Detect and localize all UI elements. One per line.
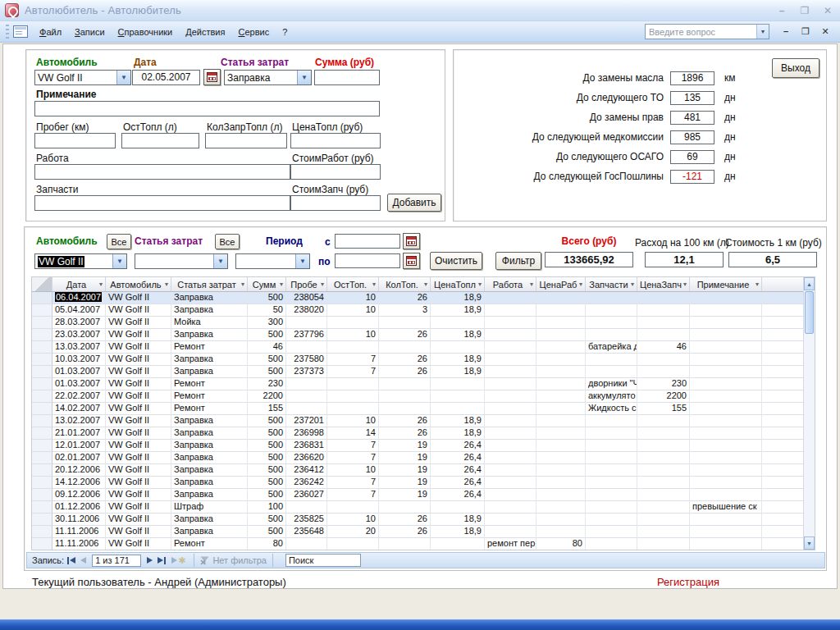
- cell[interactable]: [637, 501, 690, 514]
- cell[interactable]: [637, 317, 690, 329]
- car-all-button[interactable]: Все: [107, 234, 131, 249]
- row-selector[interactable]: [32, 427, 52, 440]
- cell[interactable]: [286, 390, 327, 403]
- table-row[interactable]: 11.11.2006VW Golf IIЗаправка500235648202…: [32, 526, 803, 538]
- row-selector[interactable]: [32, 501, 52, 514]
- cell[interactable]: 236998: [286, 427, 327, 440]
- cell[interactable]: 11.11.2006: [52, 526, 106, 538]
- cell[interactable]: [485, 477, 536, 489]
- cell[interactable]: [637, 464, 690, 477]
- cell[interactable]: [286, 538, 327, 550]
- cell[interactable]: ремонт пер: [485, 538, 536, 550]
- column-header[interactable]: Дата▾: [52, 277, 106, 291]
- cell[interactable]: [485, 440, 536, 452]
- cell[interactable]: [536, 390, 586, 403]
- cell[interactable]: Заправка: [171, 464, 248, 477]
- cell[interactable]: 500: [248, 440, 286, 452]
- sum-field[interactable]: [314, 70, 380, 85]
- cell[interactable]: Заправка: [171, 292, 248, 304]
- column-header[interactable]: ЦенаТопл▾: [431, 277, 485, 291]
- cell[interactable]: 26: [379, 526, 431, 538]
- table-row[interactable]: 10.03.2007VW Golf IIЗаправка500237580726…: [32, 354, 803, 366]
- cell[interactable]: [379, 317, 431, 329]
- cell[interactable]: 01.03.2007: [52, 378, 106, 390]
- cell[interactable]: Жидкость с: [586, 403, 637, 415]
- parts-cost-field[interactable]: [290, 195, 381, 211]
- clear-button[interactable]: Очистить: [430, 252, 482, 270]
- table-row[interactable]: 12.01.2007VW Golf IIЗаправка500236831719…: [32, 440, 803, 452]
- mileage-field[interactable]: [34, 133, 116, 148]
- cell[interactable]: 20.12.2006: [52, 464, 106, 477]
- cell[interactable]: VW Golf II: [106, 341, 171, 354]
- cell[interactable]: Заправка: [171, 304, 248, 317]
- cell[interactable]: 14.02.2007: [52, 403, 106, 415]
- cell[interactable]: [637, 452, 690, 464]
- period-combobox[interactable]: ▼: [235, 253, 310, 269]
- row-selector[interactable]: [32, 378, 52, 390]
- cell[interactable]: 236620: [286, 452, 327, 464]
- minimize-icon[interactable]: –: [774, 5, 789, 16]
- table-row[interactable]: 01.03.2007VW Golf IIЗаправка500237373726…: [32, 366, 803, 378]
- cell[interactable]: [327, 501, 379, 514]
- row-selector[interactable]: [32, 526, 52, 538]
- cell[interactable]: VW Golf II: [106, 317, 171, 329]
- cell[interactable]: [379, 403, 431, 415]
- row-selector[interactable]: [32, 292, 52, 304]
- cell[interactable]: 19: [379, 452, 431, 464]
- cell[interactable]: [637, 538, 690, 550]
- cell[interactable]: 22.02.2007: [52, 390, 106, 403]
- cell[interactable]: 09.12.2006: [52, 489, 106, 501]
- cell[interactable]: [431, 538, 485, 550]
- add-button[interactable]: Добавить: [387, 194, 441, 212]
- cell[interactable]: 26,4: [431, 489, 485, 501]
- cell[interactable]: Ремонт: [171, 341, 248, 354]
- cell[interactable]: [485, 452, 536, 464]
- column-header[interactable]: Статья затрат▾: [171, 277, 248, 291]
- row-selector[interactable]: [32, 440, 52, 452]
- column-header[interactable]: Автомобиль▾: [106, 277, 171, 291]
- sort-filter-arrow-icon[interactable]: ▾: [478, 281, 482, 288]
- menu-actions[interactable]: Действия: [179, 25, 231, 39]
- cell[interactable]: 19: [379, 489, 431, 501]
- cell[interactable]: [586, 354, 637, 366]
- cell[interactable]: Мойка: [171, 317, 248, 329]
- column-header[interactable]: Запчасти▾: [586, 277, 637, 291]
- cell[interactable]: 23.03.2007: [52, 329, 106, 341]
- cell[interactable]: 26,4: [431, 452, 485, 464]
- row-selector[interactable]: [32, 538, 52, 550]
- parts-field[interactable]: [34, 195, 290, 211]
- cell[interactable]: [485, 514, 536, 526]
- row-selector[interactable]: [32, 366, 52, 378]
- sort-filter-arrow-icon[interactable]: ▾: [579, 281, 582, 288]
- cell[interactable]: 230: [248, 378, 286, 390]
- to-calendar-button[interactable]: [403, 253, 420, 269]
- cell[interactable]: [536, 501, 586, 514]
- cell[interactable]: Заправка: [171, 427, 248, 440]
- cell[interactable]: 236027: [286, 489, 327, 501]
- cell[interactable]: 26,4: [431, 464, 485, 477]
- first-record-button[interactable]: [66, 555, 75, 565]
- period-to-field[interactable]: [335, 253, 400, 268]
- table-row[interactable]: 13.02.2007VW Golf IIЗаправка500237201102…: [32, 415, 803, 427]
- column-header[interactable]: Пробе▾: [286, 277, 327, 291]
- cell[interactable]: 500: [248, 526, 286, 538]
- cell[interactable]: 26: [379, 329, 431, 341]
- cell[interactable]: [690, 378, 762, 390]
- cell[interactable]: Штраф: [171, 501, 248, 514]
- row-selector[interactable]: [32, 390, 52, 403]
- scroll-up-icon[interactable]: ▲: [804, 277, 815, 290]
- cell[interactable]: Заправка: [171, 366, 248, 378]
- chevron-down-icon[interactable]: ▼: [213, 254, 227, 268]
- cell[interactable]: 10: [327, 514, 379, 526]
- sort-filter-arrow-icon[interactable]: ▾: [683, 281, 687, 288]
- cell[interactable]: [586, 538, 637, 550]
- table-row[interactable]: 13.03.2007VW Golf IIРемонт46батарейка д4…: [32, 341, 803, 354]
- work-field[interactable]: [34, 164, 290, 180]
- cell[interactable]: [485, 403, 536, 415]
- cell[interactable]: VW Golf II: [106, 329, 171, 341]
- mdi-restore-icon[interactable]: ❐: [799, 26, 812, 37]
- cell[interactable]: 2200: [637, 390, 690, 403]
- cell[interactable]: 46: [637, 341, 690, 354]
- filter-button[interactable]: Фильтр: [495, 252, 541, 270]
- column-header[interactable]: ЦенаРаб▾: [536, 277, 586, 291]
